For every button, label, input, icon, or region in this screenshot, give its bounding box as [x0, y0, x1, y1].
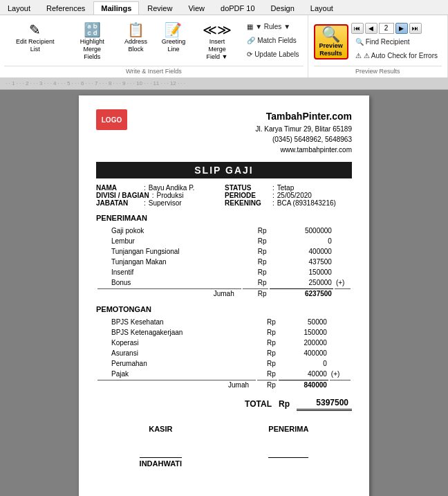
company-phone: (0345) 5648962, 5648963: [255, 134, 352, 145]
company-web: www.tambahpinter.com: [255, 145, 352, 155]
tab-dopdf[interactable]: doPDF 10: [213, 1, 263, 15]
find-icon: 🔍: [355, 38, 364, 46]
table-row: BPJS Ketenagakerjaan Rp 150000: [97, 328, 351, 337]
table-row: Koperasi Rp 200000: [97, 338, 351, 347]
divisi-val: Produksi: [156, 192, 183, 199]
update-icon: ⟳: [247, 50, 252, 58]
jabatan-sep: :: [144, 199, 146, 207]
nav-next-button[interactable]: ▶: [395, 23, 408, 34]
insert-merge-icon: ≪≫: [203, 21, 232, 38]
address-block-button[interactable]: 📋 AddressBlock: [118, 18, 153, 57]
table-row: Perumahan Rp 0: [97, 359, 351, 368]
insert-merge-button[interactable]: ≪≫ Insert MergeField ▼: [194, 18, 241, 64]
table-row: Gaji pokok Rp 5000000: [97, 226, 351, 235]
pemotongan-subtotal: Jumah Rp 840000: [97, 380, 351, 389]
periode-row: PERIODE : 25/05/2020: [225, 192, 352, 199]
update-label: Update Labels: [254, 50, 299, 58]
nav-prev-button[interactable]: ◀: [365, 23, 377, 34]
status-val: Tetap: [277, 184, 294, 192]
ruler-marks: · · 1 · · · 2 · · · 3 · · · 4 · · · 5 · …: [6, 80, 185, 86]
penerimaan-title: PENERIMAAN: [96, 214, 352, 222]
highlight-label: HighlightMerge Fields: [74, 38, 110, 60]
penerima-name: [268, 457, 308, 459]
status-label: STATUS: [225, 184, 270, 192]
total-amount: 5397500: [297, 396, 352, 411]
nama-row: NAMA : Bayu Andika P.: [96, 184, 223, 192]
divisi-sep: :: [152, 192, 154, 199]
tab-design[interactable]: Design: [263, 1, 302, 15]
doc-title: SLIP GAJI: [96, 162, 352, 178]
tab-layout[interactable]: Layout: [0, 1, 38, 15]
greeting-label: GreetingLine: [162, 38, 186, 53]
address-label: AddressBlock: [124, 38, 147, 53]
item-name: Gaji pokok: [97, 226, 241, 235]
preview-results-section-label: Preview Results: [314, 66, 442, 75]
nama-val: Bayu Andika P.: [149, 184, 195, 192]
status-row: STATUS : Tetap: [225, 184, 352, 192]
rules-icon: ▦: [247, 23, 253, 30]
nav-controls: ⏮ ◀ ▶ ⏭: [351, 23, 442, 34]
address-icon: 📋: [127, 21, 144, 38]
nama-label: NAMA: [96, 184, 141, 192]
warning-icon: ⚠: [355, 52, 362, 59]
write-insert-label: Write & Insert Fields: [4, 66, 304, 75]
highlight-merge-button[interactable]: 🔡 HighlightMerge Fields: [68, 18, 116, 64]
jabatan-val: Supervisor: [149, 199, 182, 207]
match-icon: 🔗: [247, 37, 255, 44]
ribbon: ✎ Edit Recipient List 🔡 HighlightMerge F…: [0, 15, 448, 77]
table-row: BPJS Kesehatan Rp 50000: [97, 318, 351, 327]
total-label: TOTAL: [245, 399, 272, 409]
tab-mailings[interactable]: Mailings: [93, 1, 139, 15]
pemotongan-title: PEMOTONGAN: [96, 305, 352, 313]
periode-label: PERIODE: [225, 192, 270, 199]
periode-val: 25/05/2020: [277, 192, 312, 199]
nav-number-input[interactable]: [379, 23, 394, 34]
company-info: TambahPinter.com Jl. Karya Timur 29, Bli…: [255, 109, 352, 155]
find-label: Find Recipient: [366, 38, 410, 46]
rules-button[interactable]: ▦ ▼ Rules ▼: [243, 21, 304, 33]
company-address: Jl. Karya Timur 29, Blitar 65189: [255, 124, 352, 134]
preview-results-icon: 🔍: [321, 27, 340, 42]
match-label: Match Fields: [257, 37, 297, 44]
greeting-icon: 📝: [165, 21, 182, 38]
rekening-label: REKENING: [225, 199, 270, 207]
table-row: Bonus Rp 250000 (+): [97, 278, 351, 287]
table-row: Insentif Rp 150000: [97, 268, 351, 277]
preview-results-button[interactable]: 🔍 PreviewResults: [314, 24, 348, 60]
table-row: Tunjangan Makan Rp 437500: [97, 257, 351, 266]
pemotongan-table: BPJS Kesehatan Rp 50000 BPJS Ketenagaker…: [96, 316, 352, 391]
tab-layout2[interactable]: Layout: [303, 1, 341, 15]
edit-icon: ✎: [29, 21, 41, 38]
kasir-label: KASIR: [140, 425, 183, 433]
rules-label: ▼ Rules ▼: [255, 23, 290, 30]
tab-bar: Layout References Mailings Review View d…: [0, 0, 448, 15]
penerima-label: PENERIMA: [268, 425, 308, 433]
update-labels-button[interactable]: ⟳ Update Labels: [243, 48, 304, 60]
nav-last-button[interactable]: ⏭: [409, 23, 422, 34]
document-page: LOGO TambahPinter.com Jl. Karya Timur 29…: [79, 95, 369, 496]
company-logo: LOGO: [96, 109, 127, 130]
doc-header: LOGO TambahPinter.com Jl. Karya Timur 29…: [96, 109, 352, 155]
insert-merge-label: Insert MergeField ▼: [200, 38, 234, 60]
ruler: · · 1 · · · 2 · · · 3 · · · 4 · · · 5 · …: [0, 77, 448, 90]
auto-check-button[interactable]: ⚠ ⚠ Auto Check for Errors: [351, 50, 442, 62]
match-fields-button[interactable]: 🔗 Match Fields: [243, 35, 304, 46]
nav-first-button[interactable]: ⏮: [351, 23, 364, 34]
greeting-line-button[interactable]: 📝 GreetingLine: [156, 18, 192, 57]
jabatan-row: JABATAN : Supervisor: [96, 199, 223, 207]
edit-recipient-button[interactable]: ✎ Edit Recipient List: [4, 18, 66, 57]
penerima-block: PENERIMA: [268, 425, 308, 468]
jabatan-label: JABATAN: [96, 199, 141, 207]
tab-view[interactable]: View: [180, 1, 212, 15]
highlight-icon: 🔡: [84, 21, 101, 38]
penerimaan-subtotal: Jumah Rp 6237500: [97, 288, 351, 298]
find-recipient-button[interactable]: 🔍 Find Recipient: [351, 36, 442, 48]
tab-references[interactable]: References: [39, 1, 93, 15]
edit-label: Edit Recipient List: [10, 38, 59, 53]
rekening-row: REKENING : BCA (8931843216): [225, 199, 352, 207]
divisi-label: DIVISI / BAGIAN: [96, 192, 149, 199]
employee-info: NAMA : Bayu Andika P. DIVISI / BAGIAN : …: [96, 184, 352, 207]
tab-review[interactable]: Review: [140, 1, 180, 15]
auto-check-label: ⚠ Auto Check for Errors: [364, 52, 438, 59]
kasir-name: INDAHWATI: [140, 457, 183, 468]
